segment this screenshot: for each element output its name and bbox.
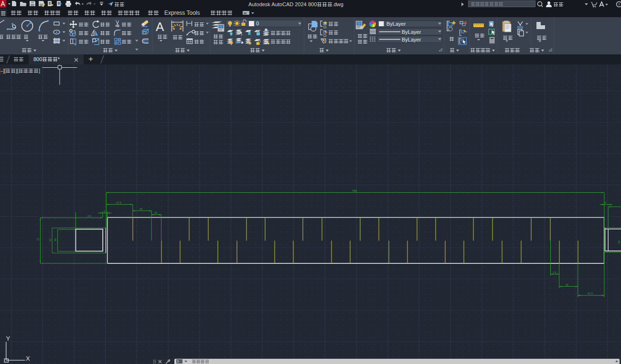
svg-text:50: 50 [618, 240, 621, 243]
svg-text:15: 15 [154, 211, 157, 214]
svg-text:30: 30 [139, 208, 142, 210]
svg-text:36: 36 [54, 239, 57, 241]
svg-text:788: 788 [352, 189, 357, 192]
svg-text:ByLayer: ByLayer [402, 37, 421, 42]
svg-text:5: 5 [605, 201, 606, 204]
svg-text:1.5: 1.5 [553, 271, 557, 274]
svg-text:47.5: 47.5 [116, 201, 121, 204]
svg-text:41.5: 41.5 [588, 292, 593, 295]
svg-text:?: ? [618, 2, 621, 7]
svg-text:ByLayer: ByLayer [402, 29, 421, 35]
svg-text:X: X [26, 355, 30, 362]
svg-text:A: A [156, 20, 164, 34]
svg-text:50: 50 [49, 239, 52, 241]
svg-text:5: 5 [104, 210, 105, 213]
svg-text:4.5: 4.5 [87, 215, 91, 218]
svg-text:ByLayer: ByLayer [386, 21, 406, 27]
svg-text:30: 30 [566, 283, 568, 286]
svg-text:73: 73 [37, 238, 40, 241]
svg-text:Y: Y [6, 335, 11, 342]
svg-text:0: 0 [256, 21, 259, 26]
